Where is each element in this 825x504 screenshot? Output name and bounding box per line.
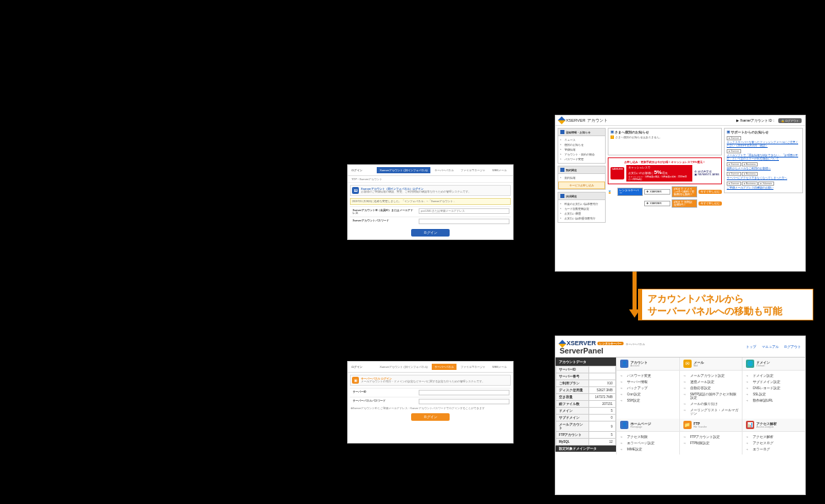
callout-note: アカウントパネルから サーバーパネルへの移動も可能 xyxy=(638,289,813,320)
login-button[interactable]: ログイン xyxy=(411,413,450,421)
server-pw-label: サーバーパネルパスワード xyxy=(350,397,417,406)
sidebar-item[interactable]: パスワード変更 xyxy=(560,157,603,162)
account-icon: 👤 xyxy=(620,360,628,368)
ad-row-2: x ❖ XSERVER 4/30まで 初期設定費0円！ 今すぐ申し込む xyxy=(608,199,722,208)
arrow-icon xyxy=(631,272,638,320)
user-id-label: ▶ Xserverアカウント ID： xyxy=(736,119,776,122)
category-item[interactable]: サーバー情報 xyxy=(620,379,676,385)
login-tabs: Xserverアカウント (旧インフォパネル) サーバーパネル ファイルマネージ… xyxy=(377,167,509,173)
login-tabs: Xserverアカウント (旧インフォパネル) サーバーパネル ファイルマネージ… xyxy=(377,364,509,370)
category-item[interactable]: 動作確認URL xyxy=(746,397,802,404)
cashless-icon: CASHLESS xyxy=(610,167,624,179)
category-item[interactable]: アクセス解析 xyxy=(746,434,802,440)
sidebar-item[interactable]: お支払い履歴 xyxy=(560,211,603,216)
category-item[interactable]: アクセス制限 xyxy=(620,434,676,440)
category-item[interactable]: エラーログ xyxy=(746,446,802,452)
rename-notice: 2019年11月28日に名称を変更しました。「インフォパネル」→「Xserver… xyxy=(350,198,511,205)
tab-account[interactable]: Xserverアカウント (旧インフォパネル) xyxy=(377,167,430,173)
sidebar-item[interactable]: 契約情報 xyxy=(560,175,603,180)
sidebar-contract: 契約関連 契約情報 サービスお申し込み xyxy=(558,166,606,190)
ad-apply-button[interactable]: 今すぐ申し込む xyxy=(698,190,722,194)
account-dashboard: XSERVER アカウント ▶ Xserverアカウント ID： 🔒 ログアウト… xyxy=(555,115,806,272)
sidebar-item[interactable]: お支払い請求/受領書発行 xyxy=(560,216,603,221)
id-input[interactable] xyxy=(419,208,509,214)
category-item[interactable]: 迷惑メール設定 xyxy=(683,379,739,385)
tab-account[interactable]: Xserverアカウント (旧インフォパネル) xyxy=(377,364,430,370)
category-item[interactable]: メールの振り分け xyxy=(683,401,739,407)
link-logout[interactable]: ログアウト xyxy=(784,344,801,349)
id-label: XserverアカウントID（会員ID）またはメールアドレス xyxy=(350,207,417,217)
category-item[interactable]: FTPアカウント設定 xyxy=(683,434,739,440)
account-data-sidebar: アカウントデータ サーバーIDサーバー番号ご利用プランX10ディスク使用量526… xyxy=(556,358,616,454)
link-manual[interactable]: マニュアル xyxy=(762,344,779,349)
domain-icon: 🌐 xyxy=(746,360,754,368)
access analysis-icon: 📊 xyxy=(746,421,754,429)
category-item[interactable]: サブドメイン設定 xyxy=(746,379,802,385)
category-item[interactable]: SMTP認証の国外アクセス制限設定 xyxy=(683,391,739,401)
personal-news: ▣ さまへ個別のお知らせ iさまへ個別のお知らせはありません。 xyxy=(608,128,722,155)
sidebar-item[interactable]: 料金のお支払い/請求書発行 xyxy=(560,201,603,206)
category-item[interactable]: Cron設定 xyxy=(620,391,676,397)
tab-server[interactable]: サーバーパネル xyxy=(432,167,456,173)
top-links: トップ マニュアル ログアウト xyxy=(742,344,801,349)
category-homepage: 👤ホームページHomepageアクセス制限エラーページ設定MIME設定 xyxy=(616,419,679,454)
ad-promo: 4/30まで 初期設定費0円！ xyxy=(672,199,697,208)
category-item[interactable]: エラーページ設定 xyxy=(620,440,676,446)
cashless-banner[interactable]: お申し込み・更新手続きは今がお得！キャッシュレスで5%還元！ CASHLESS … xyxy=(608,157,722,184)
support-link[interactable]: エックスサーバーを装ったフィッシングメールにご注意ください（2019年12月4日… xyxy=(727,140,800,147)
category-item[interactable]: メーリングリスト・メールマガジン xyxy=(683,407,739,417)
support-link[interactable]: ご登録メールアドレス再確認のお願い xyxy=(727,186,800,189)
ad-tag: レンタルサーバー xyxy=(617,188,643,196)
sidebar-item[interactable]: 登録情報 xyxy=(560,147,603,152)
table-row: メールアカウント9 xyxy=(556,421,616,432)
category-item[interactable]: MIME設定 xyxy=(620,446,676,452)
table-row: 空き容量147372.7MB xyxy=(556,394,616,401)
support-link[interactable]: サーバーにアクセスできなくなってしまった方へ xyxy=(727,176,800,179)
category-file transfer: 📁FTPFile TransferFTPアカウント設定FTP制限設定 xyxy=(679,419,742,454)
ad-row-1: 🏅 レンタルサーバー ❖ XSERVER 4/30まで ドメインが1つ無料！更新… xyxy=(608,186,722,197)
domain-target-header: 設定対象ドメインデータ xyxy=(556,446,616,452)
category-item[interactable]: DNSレコード設定 xyxy=(746,385,802,391)
ad-brand: ❖ XSERVER xyxy=(644,201,670,206)
server-id-input[interactable] xyxy=(419,390,509,395)
tab-filemgr[interactable]: ファイルマネージャ xyxy=(458,364,488,370)
category-item[interactable]: FTP制限設定 xyxy=(683,440,739,446)
tab-server[interactable]: サーバーパネル xyxy=(432,364,456,370)
category-item[interactable]: パスワード変更 xyxy=(620,373,676,379)
tab-filemgr[interactable]: ファイルマネージャ xyxy=(458,167,488,173)
server-pw-input[interactable] xyxy=(419,399,509,404)
brand-logo: XSERVER レンタルサーバー サーバーパネルServerPanel xyxy=(560,338,645,355)
category-item[interactable]: ドメイン設定 xyxy=(746,373,802,379)
mail-icon: ✉ xyxy=(683,360,692,368)
brand-logo: XSERVER アカウント xyxy=(559,117,608,124)
table-row: MySQL12 xyxy=(556,439,616,446)
sidebar-item[interactable]: アカウント・契約の統合 xyxy=(560,152,603,157)
table-row: FTPアカウント5 xyxy=(556,432,616,439)
meti-logo: ⚙ 経済産業省▣ PAYMENTS JAPAN xyxy=(694,171,719,176)
category-item[interactable]: アクセスログ xyxy=(746,440,802,446)
logout-button[interactable]: 🔒 ログアウト xyxy=(778,118,802,123)
category-item[interactable]: メールアカウント設定 xyxy=(683,373,739,379)
login-title: ログイン xyxy=(351,168,362,172)
category-item[interactable]: バックアップ xyxy=(620,385,676,391)
sidebar-item[interactable]: カード自動更新設定 xyxy=(560,206,603,211)
pw-input[interactable] xyxy=(419,219,509,224)
category-item[interactable]: SSL設定 xyxy=(746,391,802,397)
tab-webmail[interactable]: WEBメール xyxy=(490,364,509,370)
tab-webmail[interactable]: WEBメール xyxy=(490,167,509,173)
table-row: ご利用プランX10 xyxy=(556,380,616,387)
link-top[interactable]: トップ xyxy=(746,344,756,349)
support-link[interactable]: メールソフトで「照会情報を検証できない」「証明書が不正」という旨のエラーが出る場… xyxy=(727,153,800,160)
file transfer-icon: 📁 xyxy=(683,421,692,429)
service-apply-button[interactable]: サービスお申し込み xyxy=(558,182,605,189)
sidebar-item[interactable]: ニュース xyxy=(560,138,603,142)
ad-apply-button[interactable]: 今すぐ申し込む xyxy=(698,201,722,206)
sidebar-item[interactable]: 個別のお知らせ xyxy=(560,142,603,147)
section-desc: メールアカウントの発行・ドメインの設定などサーバに関する設定を行うための管理シス… xyxy=(361,380,485,383)
support-link[interactable]: 国外からメールをご利用のお客様へ xyxy=(727,166,800,170)
key-icon: ⚿ xyxy=(352,187,359,194)
category-item[interactable]: SSH設定 xyxy=(620,397,676,404)
login-button[interactable]: ログイン xyxy=(411,229,450,237)
table-row: サーバー番号 xyxy=(556,373,616,380)
category-item[interactable]: 自動応答設定 xyxy=(683,385,739,391)
